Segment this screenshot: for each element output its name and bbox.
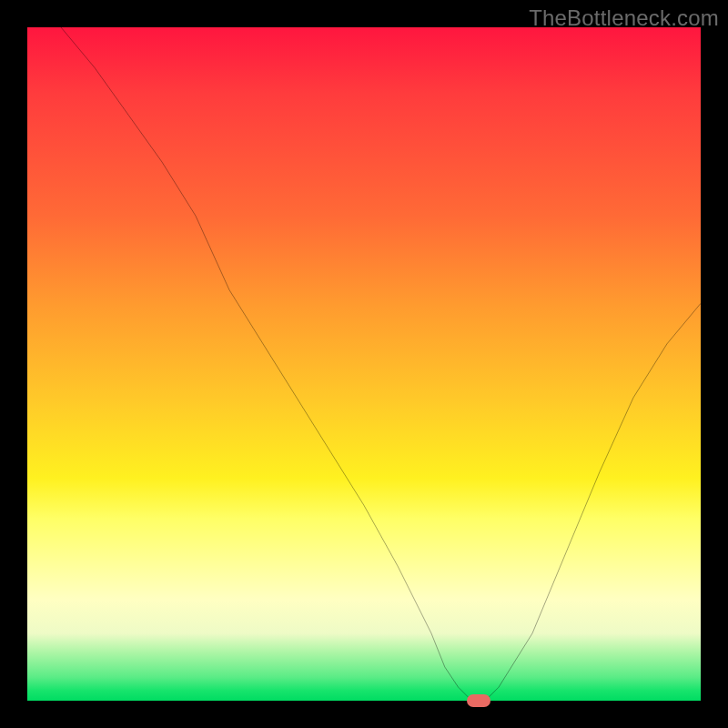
plot-area (27, 27, 701, 701)
optimal-point-marker (467, 694, 490, 707)
watermark-text: TheBottleneck.com (529, 5, 719, 31)
bottleneck-curve (27, 27, 701, 701)
chart-container: TheBottleneck.com (0, 0, 728, 728)
